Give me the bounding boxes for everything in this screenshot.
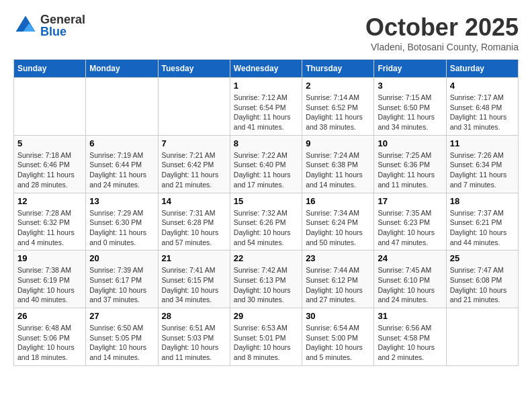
day-number: 6 [89,138,154,148]
calendar-cell: 10Sunrise: 7:25 AM Sunset: 6:36 PM Dayli… [374,135,446,193]
weekday-header-monday: Monday [86,60,158,78]
day-number: 21 [162,253,226,263]
day-info: Sunrise: 7:34 AM Sunset: 6:24 PM Dayligh… [306,208,370,248]
weekday-header-wednesday: Wednesday [230,60,302,78]
calendar-cell: 15Sunrise: 7:32 AM Sunset: 6:26 PM Dayli… [230,193,302,250]
day-number: 8 [234,138,298,148]
day-info: Sunrise: 7:12 AM Sunset: 6:54 PM Dayligh… [234,93,298,132]
calendar-cell: 21Sunrise: 7:41 AM Sunset: 6:15 PM Dayli… [158,250,230,308]
calendar-cell: 18Sunrise: 7:37 AM Sunset: 6:21 PM Dayli… [446,193,518,250]
calendar-cell: 26Sunrise: 6:48 AM Sunset: 5:06 PM Dayli… [14,308,86,366]
day-info: Sunrise: 7:32 AM Sunset: 6:26 PM Dayligh… [234,208,298,248]
day-info: Sunrise: 7:44 AM Sunset: 6:12 PM Dayligh… [306,265,370,305]
day-info: Sunrise: 7:17 AM Sunset: 6:48 PM Dayligh… [450,93,515,132]
month-title: October 2025 [365,13,519,42]
calendar-cell: 28Sunrise: 6:51 AM Sunset: 5:03 PM Dayli… [158,308,230,366]
day-number: 16 [306,196,370,206]
day-info: Sunrise: 7:28 AM Sunset: 6:32 PM Dayligh… [17,208,82,248]
calendar-week-row: 5Sunrise: 7:18 AM Sunset: 6:46 PM Daylig… [14,135,519,193]
day-number: 23 [306,253,370,263]
calendar-week-row: 12Sunrise: 7:28 AM Sunset: 6:32 PM Dayli… [14,193,519,250]
day-info: Sunrise: 6:54 AM Sunset: 5:00 PM Dayligh… [306,323,370,363]
day-info: Sunrise: 7:19 AM Sunset: 6:44 PM Dayligh… [89,150,154,190]
calendar-cell: 22Sunrise: 7:42 AM Sunset: 6:13 PM Dayli… [230,250,302,308]
calendar-cell [86,78,158,136]
calendar-cell: 7Sunrise: 7:21 AM Sunset: 6:42 PM Daylig… [158,135,230,193]
day-number: 27 [89,311,154,321]
calendar-cell: 11Sunrise: 7:26 AM Sunset: 6:34 PM Dayli… [446,135,518,193]
calendar-cell: 14Sunrise: 7:31 AM Sunset: 6:28 PM Dayli… [158,193,230,250]
calendar-cell: 23Sunrise: 7:44 AM Sunset: 6:12 PM Dayli… [302,250,374,308]
calendar-cell: 8Sunrise: 7:22 AM Sunset: 6:40 PM Daylig… [230,135,302,193]
calendar-cell: 30Sunrise: 6:54 AM Sunset: 5:00 PM Dayli… [302,308,374,366]
day-number: 7 [162,138,226,148]
calendar-cell: 27Sunrise: 6:50 AM Sunset: 5:05 PM Dayli… [86,308,158,366]
day-info: Sunrise: 6:50 AM Sunset: 5:05 PM Dayligh… [89,323,154,363]
calendar-cell: 20Sunrise: 7:39 AM Sunset: 6:17 PM Dayli… [86,250,158,308]
day-number: 5 [17,138,82,148]
calendar-cell: 4Sunrise: 7:17 AM Sunset: 6:48 PM Daylig… [446,78,518,136]
day-info: Sunrise: 6:48 AM Sunset: 5:06 PM Dayligh… [17,323,82,363]
day-number: 20 [89,253,154,263]
calendar-cell: 16Sunrise: 7:34 AM Sunset: 6:24 PM Dayli… [302,193,374,250]
weekday-header-thursday: Thursday [302,60,374,78]
location-subtitle: Vladeni, Botosani County, Romania [365,42,519,52]
day-info: Sunrise: 7:41 AM Sunset: 6:15 PM Dayligh… [162,265,226,305]
day-number: 10 [378,138,442,148]
day-number: 4 [450,81,515,91]
logo-blue-text: Blue [40,26,85,38]
logo: General Blue [13,13,85,38]
day-info: Sunrise: 6:56 AM Sunset: 4:58 PM Dayligh… [378,323,442,363]
calendar-cell [446,308,518,366]
day-info: Sunrise: 7:18 AM Sunset: 6:46 PM Dayligh… [17,150,82,190]
calendar-cell: 12Sunrise: 7:28 AM Sunset: 6:32 PM Dayli… [14,193,86,250]
day-info: Sunrise: 7:39 AM Sunset: 6:17 PM Dayligh… [89,265,154,305]
day-info: Sunrise: 6:51 AM Sunset: 5:03 PM Dayligh… [162,323,226,363]
calendar-week-row: 26Sunrise: 6:48 AM Sunset: 5:06 PM Dayli… [14,308,519,366]
day-number: 24 [378,253,442,263]
calendar-cell: 9Sunrise: 7:24 AM Sunset: 6:38 PM Daylig… [302,135,374,193]
day-number: 29 [234,311,298,321]
calendar-week-row: 1Sunrise: 7:12 AM Sunset: 6:54 PM Daylig… [14,78,519,136]
day-number: 2 [306,81,370,91]
day-number: 18 [450,196,515,206]
day-number: 19 [17,253,82,263]
day-info: Sunrise: 7:37 AM Sunset: 6:21 PM Dayligh… [450,208,515,248]
day-info: Sunrise: 7:29 AM Sunset: 6:30 PM Dayligh… [89,208,154,248]
day-info: Sunrise: 7:26 AM Sunset: 6:34 PM Dayligh… [450,150,515,190]
day-number: 9 [306,138,370,148]
calendar-cell [14,78,86,136]
day-number: 3 [378,81,442,91]
calendar-cell: 19Sunrise: 7:38 AM Sunset: 6:19 PM Dayli… [14,250,86,308]
day-info: Sunrise: 7:47 AM Sunset: 6:08 PM Dayligh… [450,265,515,305]
calendar-cell: 24Sunrise: 7:45 AM Sunset: 6:10 PM Dayli… [374,250,446,308]
day-info: Sunrise: 7:31 AM Sunset: 6:28 PM Dayligh… [162,208,226,248]
calendar-week-row: 19Sunrise: 7:38 AM Sunset: 6:19 PM Dayli… [14,250,519,308]
weekday-header-row: SundayMondayTuesdayWednesdayThursdayFrid… [14,60,519,78]
day-number: 22 [234,253,298,263]
calendar-cell: 5Sunrise: 7:18 AM Sunset: 6:46 PM Daylig… [14,135,86,193]
logo-general-text: General [40,13,85,26]
day-number: 13 [89,196,154,206]
day-number: 15 [234,196,298,206]
weekday-header-saturday: Saturday [446,60,518,78]
day-info: Sunrise: 7:25 AM Sunset: 6:36 PM Dayligh… [378,150,442,190]
calendar-cell: 25Sunrise: 7:47 AM Sunset: 6:08 PM Dayli… [446,250,518,308]
title-area: October 2025 Vladeni, Botosani County, R… [365,13,519,52]
page-header: General Blue October 2025 Vladeni, Botos… [13,13,519,52]
logo-text: General Blue [40,13,85,38]
day-number: 11 [450,138,515,148]
day-number: 28 [162,311,226,321]
day-number: 1 [234,81,298,91]
calendar-cell: 3Sunrise: 7:15 AM Sunset: 6:50 PM Daylig… [374,78,446,136]
day-number: 25 [450,253,515,263]
day-info: Sunrise: 7:21 AM Sunset: 6:42 PM Dayligh… [162,150,226,190]
day-number: 30 [306,311,370,321]
day-info: Sunrise: 7:35 AM Sunset: 6:23 PM Dayligh… [378,208,442,248]
logo-icon [13,13,38,38]
weekday-header-tuesday: Tuesday [158,60,230,78]
day-number: 26 [17,311,82,321]
calendar-table: SundayMondayTuesdayWednesdayThursdayFrid… [13,59,519,366]
day-info: Sunrise: 7:38 AM Sunset: 6:19 PM Dayligh… [17,265,82,305]
calendar-cell: 1Sunrise: 7:12 AM Sunset: 6:54 PM Daylig… [230,78,302,136]
